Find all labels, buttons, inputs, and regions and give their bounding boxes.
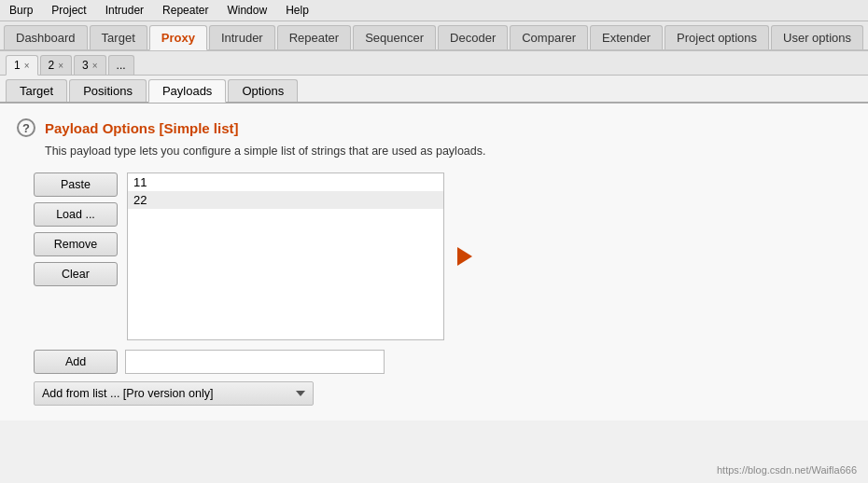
content-area: ? Payload Options [Simple list] This pay…	[0, 104, 868, 421]
tab-user-options[interactable]: User options	[771, 25, 863, 49]
dropdown-arrow-icon	[296, 391, 305, 396]
menu-burp[interactable]: Burp	[6, 2, 36, 19]
add-from-list-row: Add from list ... [Pro version only]	[34, 381, 851, 406]
instance-tabs: 1 × 2 × 3 × ...	[0, 51, 868, 76]
menu-window[interactable]: Window	[223, 2, 271, 19]
instance-tab-1-label: 1	[14, 59, 21, 72]
instance-tab-more[interactable]: ...	[108, 55, 134, 75]
tab-intruder[interactable]: Intruder	[209, 25, 275, 49]
instance-tab-2[interactable]: 2 ×	[40, 55, 73, 75]
section-header: ? Payload Options [Simple list]	[17, 118, 851, 137]
close-tab-2-icon[interactable]: ×	[58, 61, 63, 71]
tab-proxy[interactable]: Proxy	[149, 25, 207, 50]
add-button[interactable]: Add	[34, 350, 118, 374]
menu-intruder[interactable]: Intruder	[102, 2, 147, 19]
instance-tab-more-label: ...	[117, 59, 126, 72]
panel-tab-target[interactable]: Target	[6, 79, 67, 102]
menu-repeater[interactable]: Repeater	[159, 2, 212, 19]
tab-target[interactable]: Target	[90, 25, 147, 49]
tab-extender[interactable]: Extender	[590, 25, 663, 49]
clear-button[interactable]: Clear	[34, 262, 118, 286]
instance-tab-1[interactable]: 1 ×	[6, 55, 38, 76]
arrow-right-icon	[457, 247, 472, 266]
main-tabs: Dashboard Target Proxy Intruder Repeater…	[0, 21, 868, 51]
section-title: Payload Options [Simple list]	[45, 120, 239, 136]
help-icon[interactable]: ?	[17, 118, 35, 137]
list-area: Paste Load ... Remove Clear 11 22	[34, 172, 851, 340]
panel-tabs: Target Positions Payloads Options	[0, 76, 868, 104]
tab-repeater[interactable]: Repeater	[277, 25, 351, 49]
close-tab-1-icon[interactable]: ×	[24, 61, 30, 71]
remove-button[interactable]: Remove	[34, 232, 118, 256]
list-item[interactable]: 22	[128, 191, 443, 209]
instance-tab-2-label: 2	[49, 59, 55, 72]
list-item[interactable]: 11	[128, 173, 443, 191]
menu-help[interactable]: Help	[282, 2, 313, 19]
panel-tab-options[interactable]: Options	[228, 79, 298, 102]
arrow-area	[457, 172, 472, 340]
action-buttons: Paste Load ... Remove Clear	[34, 172, 118, 286]
panel-tab-positions[interactable]: Positions	[69, 79, 147, 102]
load-button[interactable]: Load ...	[34, 202, 118, 227]
add-row: Add	[34, 350, 851, 374]
close-tab-3-icon[interactable]: ×	[92, 61, 98, 71]
payload-list[interactable]: 11 22	[127, 172, 444, 340]
panel-tab-payloads[interactable]: Payloads	[148, 79, 226, 103]
menu-bar: Burp Project Intruder Repeater Window He…	[0, 0, 868, 21]
tab-project-options[interactable]: Project options	[665, 25, 769, 49]
instance-tab-3-label: 3	[82, 59, 89, 72]
tab-sequencer[interactable]: Sequencer	[353, 25, 436, 49]
paste-button[interactable]: Paste	[34, 172, 118, 197]
section-description: This payload type lets you configure a s…	[45, 145, 851, 158]
menu-project[interactable]: Project	[48, 2, 90, 19]
add-from-list-label: Add from list ... [Pro version only]	[42, 387, 213, 400]
tab-dashboard[interactable]: Dashboard	[4, 25, 88, 49]
instance-tab-3[interactable]: 3 ×	[74, 55, 106, 75]
add-from-list-dropdown[interactable]: Add from list ... [Pro version only]	[34, 381, 314, 406]
tab-comparer[interactable]: Comparer	[510, 25, 588, 49]
tab-decoder[interactable]: Decoder	[438, 25, 508, 49]
add-input[interactable]	[125, 350, 385, 374]
